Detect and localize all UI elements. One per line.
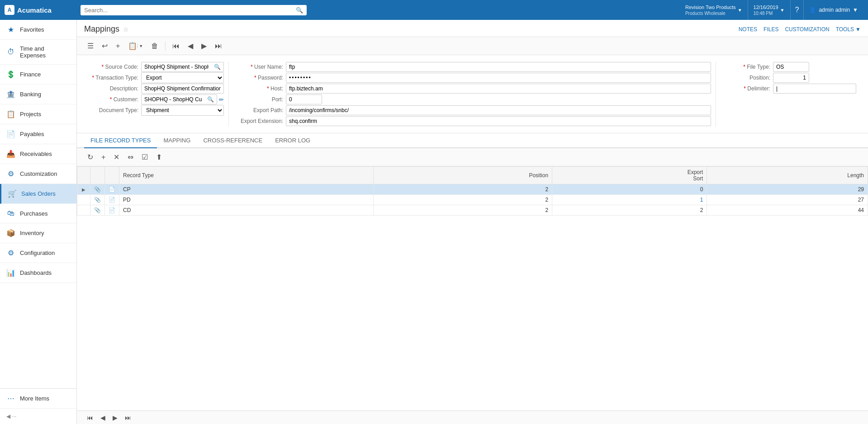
app-logo[interactable]: A Acumatica bbox=[5, 5, 77, 15]
add-button[interactable]: + bbox=[113, 40, 123, 52]
bottom-prev-button[interactable]: ◀ bbox=[98, 413, 108, 422]
row3-position: 2 bbox=[373, 205, 552, 216]
tools-button[interactable]: TOOLS ▼ bbox=[836, 26, 861, 33]
customization-button[interactable]: CUSTOMIZATION bbox=[785, 26, 829, 33]
source-code-search-button[interactable]: 🔍 bbox=[211, 63, 223, 71]
table-delete-button[interactable]: ✕ bbox=[110, 151, 123, 163]
col-attach bbox=[90, 167, 105, 184]
undo-button[interactable]: ↩ bbox=[99, 40, 111, 52]
tab-error-log[interactable]: ERROR LOG bbox=[269, 133, 317, 148]
description-label: Description: bbox=[89, 85, 138, 92]
search-input[interactable] bbox=[84, 7, 293, 14]
bottom-last-button[interactable]: ⏭ bbox=[122, 413, 134, 422]
search-box[interactable]: 🔍 bbox=[81, 5, 307, 15]
favorite-star-button[interactable]: ☆ bbox=[123, 26, 129, 33]
sidebar-item-configuration[interactable]: ⚙ Configuration bbox=[0, 243, 76, 263]
customer-edit-button[interactable]: ✏ bbox=[219, 96, 224, 103]
row1-export-sort: 0 bbox=[552, 184, 707, 195]
tab-mapping[interactable]: MAPPING bbox=[157, 133, 197, 148]
tab-file-record-types[interactable]: FILE RECORD TYPES bbox=[84, 133, 157, 148]
sidebar-item-time-expenses[interactable]: ⏱ Time and Expenses bbox=[0, 40, 76, 65]
port-input[interactable] bbox=[286, 94, 322, 104]
table-add-button[interactable]: + bbox=[98, 151, 109, 163]
table-fit-button[interactable]: ⇔ bbox=[124, 151, 137, 163]
table-row: ▶ 📎 📄 CP 2 0 29 bbox=[77, 184, 868, 195]
sidebar-item-sales-orders[interactable]: 🛒 Sales Orders bbox=[0, 184, 76, 204]
table-refresh-button[interactable]: ↻ bbox=[84, 151, 96, 163]
sidebar-item-banking[interactable]: 🏦 Banking bbox=[0, 85, 76, 104]
customer-input[interactable] bbox=[142, 95, 204, 104]
customer-search-button[interactable]: 🔍 bbox=[204, 95, 217, 104]
sidebar-item-favorites[interactable]: ★ Favorites bbox=[0, 20, 76, 40]
position-input[interactable] bbox=[773, 73, 809, 83]
inventory-icon: 📦 bbox=[6, 229, 15, 237]
row3-expand bbox=[77, 205, 90, 216]
sidebar-item-inventory[interactable]: 📦 Inventory bbox=[0, 223, 76, 243]
datetime-selector[interactable]: 12/16/2019 10:48 PM ▼ bbox=[748, 0, 791, 20]
row2-record-type[interactable]: PD bbox=[119, 195, 374, 205]
tab-cross-reference[interactable]: CROSS-REFERENCE bbox=[197, 133, 269, 148]
prev-record-button[interactable]: ◀ bbox=[185, 40, 196, 52]
row1-expand-button[interactable]: ▶ bbox=[81, 187, 86, 192]
row1-position: 2 bbox=[373, 184, 552, 195]
finance-icon: 💲 bbox=[6, 70, 15, 79]
export-path-value bbox=[286, 105, 711, 115]
description-input[interactable] bbox=[141, 84, 224, 94]
sidebar-label-time-expenses: Time and Expenses bbox=[20, 45, 70, 59]
sidebar-item-more-items[interactable]: ⋯ More Items bbox=[0, 389, 76, 409]
first-record-button[interactable]: ⏮ bbox=[169, 40, 183, 52]
row1-record-type[interactable]: CP bbox=[119, 184, 374, 195]
user-menu[interactable]: 👤 admin admin ▼ bbox=[804, 0, 863, 20]
username-input[interactable] bbox=[286, 62, 711, 72]
customer-row: Customer: 🔍 ✏ bbox=[89, 94, 224, 105]
bottom-next-button[interactable]: ▶ bbox=[110, 413, 120, 422]
delete-button[interactable]: 🗑 bbox=[148, 40, 161, 52]
host-input[interactable] bbox=[286, 84, 711, 94]
export-extension-input[interactable] bbox=[286, 116, 711, 126]
export-path-input[interactable] bbox=[286, 105, 711, 115]
sidebar-label-finance: Finance bbox=[20, 71, 41, 78]
sidebar-item-projects[interactable]: 📋 Projects bbox=[0, 104, 76, 124]
sidebar-item-purchases[interactable]: 🛍 Purchases bbox=[0, 204, 76, 223]
tools-chevron-icon: ▼ bbox=[855, 26, 861, 33]
notes-button[interactable]: NOTES bbox=[739, 26, 757, 33]
port-label: Port: bbox=[233, 96, 283, 103]
password-input[interactable] bbox=[286, 73, 711, 83]
sidebar-label-customization: Customization bbox=[20, 170, 57, 177]
table-export-button[interactable]: ⬆ bbox=[153, 151, 165, 163]
row3-record-type[interactable]: CD bbox=[119, 205, 374, 216]
sidebar-label-inventory: Inventory bbox=[20, 230, 44, 236]
sidebar-item-receivables[interactable]: 📥 Receivables bbox=[0, 144, 76, 164]
receivables-icon: 📥 bbox=[6, 150, 15, 158]
tools-label: TOOLS bbox=[836, 26, 854, 33]
transaction-type-label: Transaction Type: bbox=[89, 75, 138, 81]
row2-export-sort-link[interactable]: 1 bbox=[700, 197, 703, 203]
customer-value: 🔍 ✏ bbox=[141, 94, 224, 104]
row3-attach: 📎 bbox=[90, 205, 105, 216]
files-button[interactable]: FILES bbox=[764, 26, 778, 33]
tenant-selector[interactable]: Revision Two Products Products Wholesale… bbox=[680, 0, 748, 20]
sidebar-item-customization[interactable]: ⚙ Customization bbox=[0, 164, 76, 184]
last-record-button[interactable]: ⏭ bbox=[212, 40, 225, 52]
sidebar-item-finance[interactable]: 💲 Finance bbox=[0, 65, 76, 85]
help-button[interactable]: ? bbox=[791, 0, 804, 20]
table-area: Record Type Position ExportSort Length ▶… bbox=[77, 166, 868, 410]
sidebar-collapse-button[interactable]: ◀ ··· bbox=[0, 409, 76, 424]
sidebar-item-payables[interactable]: 📄 Payables bbox=[0, 124, 76, 144]
paste-button[interactable]: 📋 ▼ bbox=[125, 40, 146, 52]
username-label: User Name: bbox=[233, 64, 283, 70]
source-code-input[interactable] bbox=[142, 62, 211, 71]
document-type-select[interactable]: Shipment bbox=[141, 105, 224, 116]
bottom-first-button[interactable]: ⏮ bbox=[84, 413, 96, 422]
toggle-button[interactable]: ☰ bbox=[84, 40, 97, 52]
file-type-input[interactable] bbox=[773, 62, 809, 72]
delimiter-input[interactable] bbox=[773, 84, 856, 94]
customer-input-wrap: 🔍 bbox=[141, 94, 217, 104]
paste-dropdown-icon[interactable]: ▼ bbox=[137, 44, 143, 48]
table-checkbox-button[interactable]: ☑ bbox=[138, 151, 151, 163]
sidebar-item-dashboards[interactable]: 📊 Dashboards bbox=[0, 263, 76, 283]
sidebar-label-payables: Payables bbox=[20, 131, 44, 137]
transaction-type-select[interactable]: Export bbox=[141, 72, 224, 83]
next-record-button[interactable]: ▶ bbox=[198, 40, 210, 52]
customization-icon: ⚙ bbox=[6, 170, 15, 178]
